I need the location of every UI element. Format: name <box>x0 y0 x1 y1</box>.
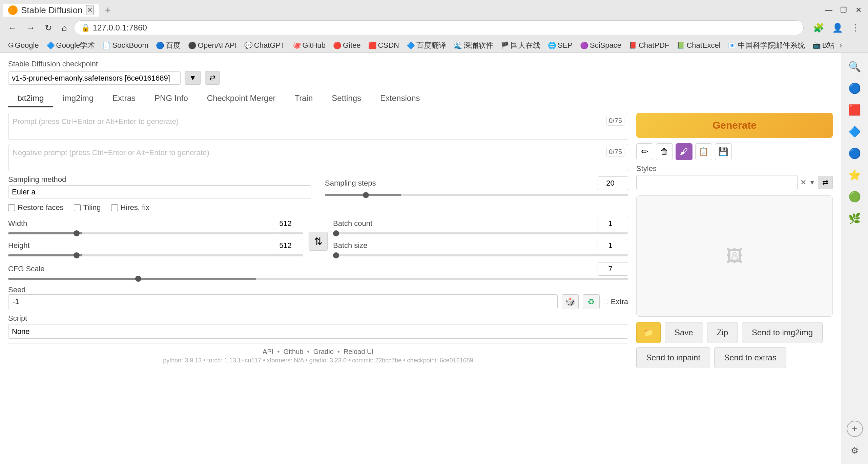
bookmark-github[interactable]: 🐙GitHub <box>290 40 328 51</box>
restore-faces-checkbox[interactable]: Restore faces <box>8 203 64 212</box>
batch-size-label: Batch size <box>333 241 394 250</box>
browser-tab[interactable]: 🟠 Stable Diffusion ✕ <box>3 4 99 17</box>
tab-settings[interactable]: Settings <box>322 90 371 107</box>
forward-button[interactable]: → <box>24 21 38 35</box>
height-input[interactable] <box>273 239 303 252</box>
yellow-sidebar-icon[interactable]: ⭐ <box>847 167 863 183</box>
extensions-button[interactable]: 🧩 <box>810 21 827 35</box>
url-bar[interactable]: 🔒 127.0.0.1:7860 <box>74 20 804 35</box>
styles-arrow-button[interactable]: ▼ <box>809 179 815 186</box>
teal-sidebar-icon[interactable]: 🟢 <box>847 188 863 205</box>
batch-count-input[interactable] <box>598 217 628 230</box>
bookmark-openai[interactable]: ⚫OpenAI API <box>185 40 240 51</box>
bookmark-guoda[interactable]: 🏴国大在线 <box>498 39 543 51</box>
hires-fix-checkbox[interactable]: Hires. fix <box>111 203 150 212</box>
refresh-button[interactable]: ↻ <box>42 21 55 35</box>
width-input[interactable] <box>273 217 303 230</box>
tiling-checkbox[interactable]: Tiling <box>74 203 101 212</box>
close-window-button[interactable]: ✕ <box>852 4 865 17</box>
bookmark-cas-mail[interactable]: 📧中国科学院邮件系统 <box>725 39 808 51</box>
send-to-extras-button[interactable]: Send to extras <box>714 347 786 368</box>
send-to-inpaint-button[interactable]: Send to inpaint <box>636 347 710 368</box>
profile-button[interactable]: 👤 <box>829 21 846 35</box>
batch-count-slider[interactable] <box>333 232 628 234</box>
height-slider[interactable] <box>8 254 303 256</box>
circle-sidebar-icon[interactable]: 🔵 <box>847 145 863 161</box>
save-button[interactable]: Save <box>665 322 703 343</box>
red-sidebar-icon[interactable]: 🟥 <box>847 102 863 118</box>
pencil-icon-button[interactable]: ✏ <box>636 143 653 160</box>
tab-extras[interactable]: Extras <box>103 90 145 107</box>
bookmark-chatgpt[interactable]: 💬ChatGPT <box>242 40 288 51</box>
open-folder-button[interactable]: 📁 <box>636 322 661 343</box>
bookmark-chatexcel[interactable]: 📗ChatExcel <box>674 40 723 51</box>
footer: API • Github • Gradio • Reload UI python… <box>8 343 628 368</box>
batch-size-slider[interactable] <box>333 254 628 256</box>
tab-close-button[interactable]: ✕ <box>86 5 94 15</box>
bookmark-bilibili[interactable]: 📺B站 <box>810 39 838 51</box>
bookmark-sep[interactable]: 🌐SEP <box>545 40 575 51</box>
minimize-button[interactable]: — <box>822 4 835 17</box>
github-link[interactable]: Github <box>284 348 304 355</box>
extra-checkbox[interactable]: Extra <box>604 297 628 306</box>
maximize-button[interactable]: ❐ <box>837 4 850 17</box>
dice-button[interactable]: 🎲 <box>562 294 579 309</box>
tab-txt2img[interactable]: txt2img <box>8 90 53 107</box>
checkpoint-dropdown-button[interactable]: ▼ <box>185 71 201 85</box>
trash-icon-button[interactable]: 🗑 <box>656 143 673 160</box>
cfg-scale-input[interactable] <box>598 262 628 276</box>
bookmark-shenlan[interactable]: 🌊深澜软件 <box>451 39 496 51</box>
bookmark-chatpdf[interactable]: 📕ChatPDF <box>626 40 672 51</box>
home-button[interactable]: ⌂ <box>59 21 70 35</box>
menu-button[interactable]: ⋮ <box>848 21 863 35</box>
send-to-img2img-button[interactable]: Send to img2img <box>742 322 823 343</box>
styles-apply-button[interactable]: ⇄ <box>818 176 833 189</box>
new-tab-button[interactable]: + <box>102 2 115 18</box>
bookmark-google[interactable]: GGoogle <box>5 40 42 51</box>
settings-sidebar-icon[interactable]: ⚙ <box>847 442 863 459</box>
script-select[interactable]: None <box>8 324 628 339</box>
cfg-scale-slider[interactable] <box>8 278 628 280</box>
api-link[interactable]: API <box>263 348 273 355</box>
tab-checkpoint-merger[interactable]: Checkpoint Merger <box>198 90 285 107</box>
bookmark-sockboom[interactable]: 📄SockBoom <box>100 40 151 51</box>
sampling-steps-slider[interactable] <box>325 194 628 196</box>
styles-select[interactable] <box>636 175 798 190</box>
batch-size-input[interactable] <box>598 239 628 252</box>
bookmark-baidu-translate[interactable]: 🔷百度翻译 <box>404 39 449 51</box>
more-bookmarks-button[interactable]: › <box>839 41 842 50</box>
styles-clear-button[interactable]: ✕ <box>800 178 806 187</box>
bookmark-baidu[interactable]: 🔵百度 <box>153 39 183 51</box>
bookmark-scispace[interactable]: 🟣SciSpace <box>577 40 624 51</box>
tab-train[interactable]: Train <box>285 90 323 107</box>
recycle-button[interactable]: ♻ <box>583 294 600 309</box>
zip-button[interactable]: Zip <box>707 322 738 343</box>
generate-button[interactable]: Generate <box>636 113 833 138</box>
save-icon-button[interactable]: 💾 <box>715 143 732 160</box>
add-sidebar-button[interactable]: + <box>847 421 863 437</box>
seed-input[interactable] <box>8 294 558 309</box>
swap-button[interactable]: ⇄ <box>205 71 220 85</box>
blue2-sidebar-icon[interactable]: 🔷 <box>847 123 863 140</box>
blue-sidebar-icon[interactable]: 🔵 <box>847 80 863 96</box>
sampling-steps-input[interactable] <box>598 176 628 190</box>
paint-icon-button[interactable]: 🖌 <box>676 143 693 160</box>
search-sidebar-icon[interactable]: 🔍 <box>847 58 863 75</box>
width-slider[interactable] <box>8 232 303 234</box>
clipboard-icon-button[interactable]: 📋 <box>695 143 712 160</box>
bookmark-scholar[interactable]: 🔷Google学术 <box>44 39 98 51</box>
wh-swap-button[interactable]: ⇅ <box>309 232 328 251</box>
negative-prompt-box[interactable]: Negative prompt (press Ctrl+Enter or Alt… <box>8 144 628 171</box>
back-button[interactable]: ← <box>5 21 20 35</box>
bookmark-csdn[interactable]: 🟥CSDN <box>366 40 402 51</box>
sampling-method-select[interactable]: Euler a <box>8 185 311 198</box>
prompt-box[interactable]: Prompt (press Ctrl+Enter or Alt+Enter to… <box>8 113 628 140</box>
gradio-link[interactable]: Gradio <box>313 348 334 355</box>
tab-png-info[interactable]: PNG Info <box>145 90 198 107</box>
green-sidebar-icon[interactable]: 🌿 <box>847 210 863 226</box>
tab-extensions[interactable]: Extensions <box>371 90 429 107</box>
checkpoint-select[interactable]: v1-5-pruned-emaonly.safetensors [6ce0161… <box>8 71 181 85</box>
tab-img2img[interactable]: img2img <box>53 90 103 107</box>
reload-ui-link[interactable]: Reload UI <box>344 348 374 355</box>
bookmark-gitee[interactable]: 🔴Gitee <box>330 40 364 51</box>
